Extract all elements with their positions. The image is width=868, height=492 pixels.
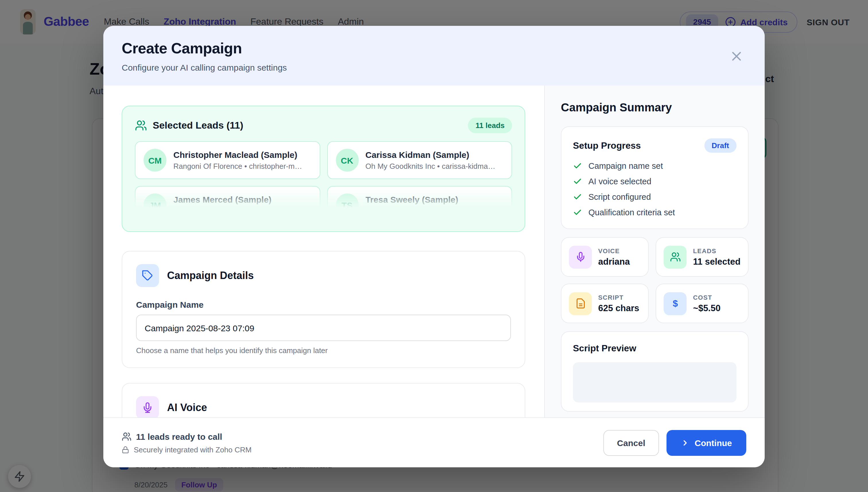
avatar: JM xyxy=(144,194,167,211)
secure-note-text: Securely integrated with Zoho CRM xyxy=(134,445,251,454)
leads-scroll-area[interactable]: CM Christopher Maclead (Sample) Rangoni … xyxy=(135,141,512,211)
lead-detail: Kwik Kopy Printing • james_merced@… xyxy=(173,207,306,211)
continue-button[interactable]: Continue xyxy=(667,430,746,456)
screen: Gabbee Make Calls Zoho Integration Featu… xyxy=(0,0,868,492)
ai-voice-header: AI Voice xyxy=(136,396,511,417)
stat-label: VOICE xyxy=(598,247,630,254)
lead-detail: Morlong Associates • tresa_sweely@… xyxy=(365,207,495,211)
setup-checklist: Campaign name set AI voice selected Scri… xyxy=(573,161,737,217)
microphone-icon xyxy=(569,245,592,268)
script-preview-card: Script Preview xyxy=(561,331,749,412)
setup-progress-header: Setup Progress Draft xyxy=(573,138,737,153)
users-icon xyxy=(135,119,147,131)
create-campaign-modal: Create Campaign Configure your AI callin… xyxy=(103,26,765,467)
campaign-summary-sidebar: Campaign Summary Setup Progress Draft Ca… xyxy=(544,85,765,417)
modal-subtitle: Configure your AI calling campaign setti… xyxy=(122,63,746,72)
checklist-item: Qualification criteria set xyxy=(573,208,737,217)
users-icon xyxy=(122,432,131,441)
footer-buttons: Cancel Continue xyxy=(603,430,746,456)
stat-value: 625 chars xyxy=(598,303,639,313)
stat-label: SCRIPT xyxy=(598,294,639,300)
stat-value: ~$5.50 xyxy=(693,303,721,313)
avatar: CK xyxy=(336,149,358,172)
lead-name: Carissa Kidman (Sample) xyxy=(365,150,495,159)
modal-content-column: Selected Leads (11) 11 leads CM Christop… xyxy=(103,85,544,417)
campaign-details-header: Campaign Details xyxy=(136,264,511,287)
check-icon xyxy=(573,177,582,186)
stat-card-leads: LEADS 11 selected xyxy=(656,237,749,277)
campaign-name-label: Campaign Name xyxy=(136,300,511,310)
stat-label: COST xyxy=(693,294,721,300)
users-icon xyxy=(664,245,687,268)
microphone-icon xyxy=(136,396,159,417)
lead-name: Tresa Sweely (Sample) xyxy=(365,195,495,204)
campaign-details-card: Campaign Details Campaign Name Choose a … xyxy=(122,251,525,368)
checklist-item: Script configured xyxy=(573,192,737,201)
campaign-name-helper: Choose a name that helps you identify th… xyxy=(136,346,511,355)
lead-card[interactable]: TS Tresa Sweely (Sample) Morlong Associa… xyxy=(327,186,512,211)
cancel-button[interactable]: Cancel xyxy=(603,430,659,456)
avatar: TS xyxy=(336,194,358,211)
ai-voice-card: AI Voice xyxy=(122,383,525,417)
footer-status: 11 leads ready to call Securely integrat… xyxy=(122,432,251,454)
stat-label: LEADS xyxy=(693,247,741,254)
dollar-icon: $ xyxy=(664,292,687,315)
lock-icon xyxy=(122,446,129,453)
document-icon xyxy=(569,292,592,315)
lead-name: James Merced (Sample) xyxy=(173,195,306,204)
lead-card[interactable]: CK Carissa Kidman (Sample) Oh My Goodkni… xyxy=(327,141,512,179)
stat-value: 11 selected xyxy=(693,256,741,267)
check-icon xyxy=(573,208,582,217)
chevron-right-icon xyxy=(681,438,690,447)
campaign-summary-title: Campaign Summary xyxy=(561,101,749,114)
script-preview-title: Script Preview xyxy=(573,343,737,354)
close-icon[interactable] xyxy=(729,49,744,64)
campaign-details-title: Campaign Details xyxy=(167,270,254,281)
draft-status-badge: Draft xyxy=(704,138,737,153)
app-viewport: Gabbee Make Calls Zoho Integration Featu… xyxy=(0,0,868,492)
selected-leads-title: Selected Leads (11) xyxy=(153,120,243,131)
selected-leads-header: Selected Leads (11) 11 leads xyxy=(135,118,512,133)
lead-detail: Rangoni Of Florence • christopher-m… xyxy=(173,162,302,171)
summary-stats-grid: VOICE adriana LEADS 11 selected xyxy=(561,237,749,323)
lead-card[interactable]: JM James Merced (Sample) Kwik Kopy Print… xyxy=(135,186,320,211)
check-icon xyxy=(573,161,582,171)
setup-progress-title: Setup Progress xyxy=(573,140,641,151)
continue-label: Continue xyxy=(695,438,732,447)
checklist-item: AI voice selected xyxy=(573,177,737,186)
check-icon xyxy=(573,192,582,201)
stat-card-voice: VOICE adriana xyxy=(561,237,649,277)
leads-ready-text: 11 leads ready to call xyxy=(136,432,222,441)
campaign-name-input[interactable] xyxy=(136,315,511,341)
modal-body: Selected Leads (11) 11 leads CM Christop… xyxy=(103,85,765,417)
lead-detail: Oh My Goodknits Inc • carissa-kidma… xyxy=(365,162,495,171)
modal-title: Create Campaign xyxy=(122,40,746,57)
stat-value: adriana xyxy=(598,256,630,267)
avatar: CM xyxy=(144,149,167,172)
lead-card[interactable]: CM Christopher Maclead (Sample) Rangoni … xyxy=(135,141,320,179)
modal-footer: 11 leads ready to call Securely integrat… xyxy=(103,417,765,467)
setup-progress-card: Setup Progress Draft Campaign name set A… xyxy=(561,126,749,229)
leads-grid: CM Christopher Maclead (Sample) Rangoni … xyxy=(135,141,512,211)
lead-name: Christopher Maclead (Sample) xyxy=(173,150,302,159)
script-preview-box xyxy=(573,362,737,402)
tag-icon xyxy=(136,264,159,287)
selected-leads-panel: Selected Leads (11) 11 leads CM Christop… xyxy=(122,106,525,232)
modal-header: Create Campaign Configure your AI callin… xyxy=(103,26,765,85)
stat-card-cost: $ COST ~$5.50 xyxy=(656,284,749,323)
stat-card-script: SCRIPT 625 chars xyxy=(561,284,649,323)
ai-voice-title: AI Voice xyxy=(167,401,207,414)
checklist-item: Campaign name set xyxy=(573,161,737,171)
leads-count-badge: 11 leads xyxy=(468,118,512,133)
